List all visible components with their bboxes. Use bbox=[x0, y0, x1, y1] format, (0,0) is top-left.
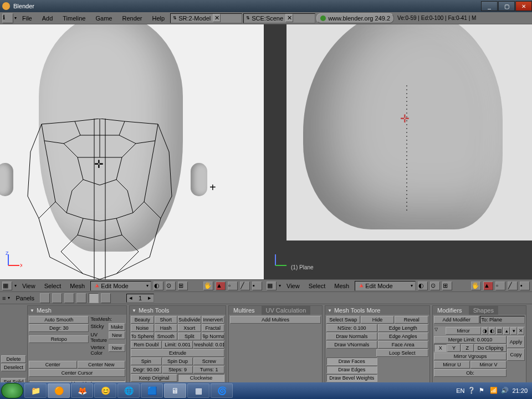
vp-menu-select-r[interactable]: Select bbox=[305, 283, 329, 289]
tray-flag-icon[interactable]: ⚑ bbox=[479, 387, 487, 395]
window-minimize-button[interactable]: _ bbox=[481, 1, 498, 11]
noise-button[interactable]: Noise bbox=[131, 324, 154, 332]
draw-normals-toggle[interactable]: Draw Normals bbox=[326, 332, 377, 340]
context-shading-icon[interactable] bbox=[64, 293, 74, 303]
mirror-z-toggle[interactable]: Z bbox=[461, 344, 474, 352]
vp-menu-view[interactable]: View bbox=[19, 283, 39, 289]
edge-angles-toggle[interactable]: Edge Angles bbox=[378, 332, 429, 340]
add-modifier-button[interactable]: Add Modifier bbox=[434, 316, 479, 324]
context-logic-icon[interactable] bbox=[40, 293, 50, 303]
pivot-icon[interactable]: ⊙ bbox=[166, 282, 176, 290]
sel-edge-icon-r[interactable]: ╱ bbox=[508, 282, 518, 290]
mod-up-button[interactable]: ▴ bbox=[503, 327, 510, 335]
window-close-button[interactable]: ✕ bbox=[515, 1, 532, 11]
menu-game[interactable]: Game bbox=[91, 14, 116, 23]
draw-vnormals-toggle[interactable]: Draw VNormals bbox=[326, 341, 377, 349]
nsize-field[interactable]: NSize: 0.100 bbox=[326, 324, 377, 332]
taskbar-app7-icon[interactable]: ▦ bbox=[187, 383, 209, 398]
new-vcol-button[interactable]: New bbox=[109, 344, 125, 352]
innervert-button[interactable]: Innervert bbox=[202, 316, 225, 324]
retopo-button[interactable]: Retopo bbox=[29, 335, 89, 343]
mirror-ob-field[interactable]: Ob: bbox=[434, 369, 507, 377]
vp-menu-view-r[interactable]: View bbox=[283, 283, 303, 289]
sel-vertex-icon[interactable]: ▫ bbox=[228, 282, 238, 290]
manipulator-icon-r[interactable]: 🖐 bbox=[471, 282, 481, 290]
tab-uvcalc[interactable]: UV Calculation bbox=[262, 306, 311, 315]
draw-bevel-toggle[interactable]: Draw Bevel Weights bbox=[326, 374, 377, 382]
modifier-copy-button[interactable]: Copy bbox=[507, 349, 525, 361]
buttons-window-type-icon[interactable]: ≡ bbox=[2, 295, 6, 301]
clock[interactable]: 21:20 bbox=[512, 387, 528, 394]
mirror-x-toggle[interactable]: X bbox=[434, 344, 447, 352]
context-script-icon[interactable] bbox=[52, 293, 62, 303]
tab-multires[interactable]: Multires bbox=[229, 306, 259, 315]
blender-link[interactable]: www.blender.org 249.2 bbox=[316, 13, 394, 23]
short-button[interactable]: Short bbox=[155, 316, 178, 324]
make-sticky-button[interactable]: Make bbox=[109, 323, 125, 331]
context-scene-icon[interactable] bbox=[101, 293, 111, 303]
taskbar-explorer-icon[interactable]: 📁 bbox=[24, 383, 47, 398]
panel-mesh-header[interactable]: ▼Mesh bbox=[28, 306, 126, 315]
mode-selector-left[interactable]: 🔺 Edit Mode▾ bbox=[90, 281, 151, 291]
keep-original-toggle[interactable]: Keep Original bbox=[131, 374, 177, 382]
transform-icon-r[interactable]: ▲ bbox=[483, 282, 493, 290]
menu-render[interactable]: Render bbox=[117, 14, 146, 23]
new-uv-button[interactable]: New bbox=[109, 331, 125, 339]
mod-down-button[interactable]: ▾ bbox=[510, 327, 517, 335]
menu-add[interactable]: Add bbox=[38, 14, 58, 23]
threshold-field[interactable]: Threshold: 0.010 bbox=[193, 341, 224, 349]
viewport-left[interactable]: ✛ + z x bbox=[0, 24, 264, 279]
edge-length-toggle[interactable]: Edge Length bbox=[378, 324, 429, 332]
screen-selector[interactable]: ⇅ SR:2-Model ✕ bbox=[170, 13, 242, 23]
window-type-icon[interactable]: ▦ bbox=[2, 282, 12, 290]
menu-help[interactable]: Help bbox=[148, 14, 170, 23]
mod-edit-toggle[interactable]: ▤ bbox=[496, 327, 503, 335]
center-new-button[interactable]: Center New bbox=[78, 361, 126, 369]
fractal-button[interactable]: Fractal bbox=[202, 324, 225, 332]
mod-render-toggle[interactable]: ◑ bbox=[482, 327, 488, 335]
clockwise-toggle[interactable]: Clockwise bbox=[178, 374, 224, 382]
tray-help-icon[interactable]: ❔ bbox=[468, 387, 475, 395]
shading-icon-r[interactable]: ◐ bbox=[418, 282, 428, 290]
loop-select-button[interactable]: Loop Select bbox=[376, 349, 429, 357]
taskbar-blender-icon[interactable]: 🟠 bbox=[48, 383, 70, 398]
hide-button[interactable]: Hide bbox=[361, 316, 395, 324]
tab-modifiers[interactable]: Modifiers bbox=[433, 306, 467, 315]
context-object-icon[interactable] bbox=[76, 293, 86, 303]
mirror-y-toggle[interactable]: Y bbox=[447, 344, 460, 352]
taskbar-emoticon-icon[interactable]: 😊 bbox=[94, 383, 116, 398]
face-area-toggle[interactable]: Face Area bbox=[378, 341, 429, 349]
mod-delete-button[interactable]: ✕ bbox=[518, 327, 524, 335]
transform-icon[interactable]: ▲ bbox=[216, 282, 226, 290]
context-editing-icon[interactable] bbox=[89, 293, 99, 303]
language-indicator[interactable]: EN bbox=[456, 387, 464, 394]
menu-timeline[interactable]: Timeline bbox=[58, 14, 90, 23]
vp-menu-select[interactable]: Select bbox=[41, 283, 65, 289]
start-button[interactable] bbox=[1, 383, 23, 398]
limit-field[interactable]: Limit: 0.001 bbox=[162, 341, 193, 349]
taskbar-app6-icon[interactable]: 🖥 bbox=[164, 383, 186, 398]
manipulator-icon[interactable]: 🖐 bbox=[203, 282, 213, 290]
sel-face-icon-r[interactable]: ▪ bbox=[520, 282, 530, 290]
center-button[interactable]: Center bbox=[29, 361, 77, 369]
shading-icon[interactable]: ◐ bbox=[154, 282, 163, 290]
delete-button[interactable]: Delete bbox=[1, 355, 26, 363]
sel-edge-icon[interactable]: ╱ bbox=[240, 282, 250, 290]
xsort-button[interactable]: Xsort bbox=[178, 324, 201, 332]
sel-face-icon[interactable]: ▪ bbox=[252, 282, 262, 290]
draw-edges-toggle[interactable]: Draw Edges bbox=[326, 366, 377, 374]
select-swap-button[interactable]: Select Swap bbox=[326, 316, 360, 324]
screen-delete-button[interactable]: ✕ bbox=[213, 14, 221, 22]
mirror-v-toggle[interactable]: Mirror V bbox=[470, 361, 507, 369]
remdoubl-button[interactable]: Rem Doubl bbox=[131, 341, 162, 349]
pivot-icon-r[interactable]: ⊙ bbox=[430, 282, 440, 290]
window-maximize-button[interactable]: ▢ bbox=[498, 1, 515, 11]
mirror-u-toggle[interactable]: Mirror U bbox=[434, 361, 470, 369]
tray-network-icon[interactable]: 📶 bbox=[490, 387, 498, 395]
degr-field[interactable]: Degr: 30 bbox=[29, 324, 89, 332]
panel-meshtools-more-header[interactable]: ▼Mesh Tools More bbox=[325, 306, 429, 315]
modifier-name-field[interactable]: Mirror bbox=[446, 327, 481, 335]
draw-faces-toggle[interactable]: Draw Faces bbox=[326, 357, 377, 365]
taskbar-firefox-icon[interactable]: 🦊 bbox=[71, 383, 93, 398]
vp-menu-mesh-r[interactable]: Mesh bbox=[331, 283, 352, 289]
